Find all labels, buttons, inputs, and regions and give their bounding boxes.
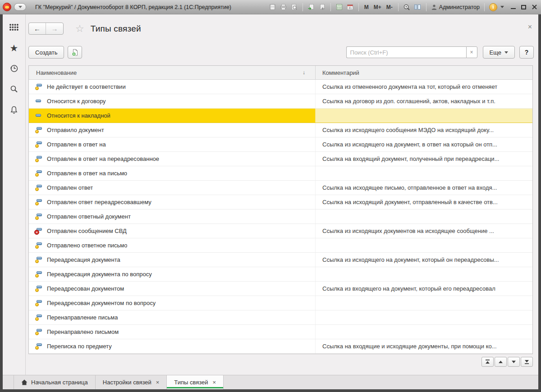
- row-name-cell[interactable]: Относится к договору: [29, 94, 315, 108]
- go-last-icon[interactable]: [521, 357, 533, 367]
- table-row[interactable]: Отправлен в ответ наСсылка из исходящего…: [29, 137, 532, 152]
- search-icon[interactable]: [9, 84, 19, 95]
- close-icon[interactable]: [532, 4, 537, 10]
- print-preview-icon[interactable]: [290, 3, 298, 11]
- print-icon[interactable]: [280, 3, 287, 11]
- chevron-down-icon[interactable]: [500, 6, 504, 8]
- table-row[interactable]: Относится к договоруСсылка на договор из…: [29, 94, 532, 109]
- table-row[interactable]: Переадресован документомСсылка из входящ…: [29, 282, 532, 296]
- row-comment-cell[interactable]: [315, 166, 532, 180]
- table-row[interactable]: Относится к накладной: [29, 109, 532, 123]
- calendar-icon[interactable]: 31: [346, 3, 354, 11]
- table-row[interactable]: Не действует в соответствииСсылка из отм…: [29, 80, 532, 94]
- save-icon[interactable]: [269, 3, 276, 11]
- row-name-cell[interactable]: Относится к накладной: [29, 109, 315, 123]
- row-name-cell[interactable]: Отправлен в ответ на: [29, 137, 315, 151]
- row-comment-cell[interactable]: Ссылка из входящего на документ, который…: [315, 282, 532, 296]
- history-icon[interactable]: [9, 63, 19, 74]
- column-header-comment[interactable]: Комментарий: [315, 66, 532, 79]
- row-comment-cell[interactable]: [315, 109, 532, 123]
- tab-типы-связей[interactable]: Типы связей×: [167, 375, 224, 389]
- row-name-cell[interactable]: Переадресация документа: [29, 253, 315, 267]
- row-name-cell[interactable]: Отправлен ответ переадресовавшему: [29, 195, 315, 209]
- go-first-icon[interactable]: [481, 357, 494, 367]
- minimize-icon[interactable]: [511, 5, 516, 9]
- tab-настройки-связей[interactable]: Настройки связей×: [96, 375, 167, 389]
- row-name-cell[interactable]: Отправлен в ответ на переадресованное: [29, 152, 315, 166]
- table-row[interactable]: Переписка по предметуСсылка на входящие …: [29, 339, 532, 354]
- row-comment-cell[interactable]: Ссылка из исходящих документов на исходя…: [315, 224, 532, 238]
- row-comment-cell[interactable]: [315, 238, 532, 252]
- go-next-icon[interactable]: [508, 357, 520, 367]
- row-comment-cell[interactable]: Ссылка на исходящее письмо, отправленное…: [315, 181, 532, 195]
- table-row[interactable]: Отправило документСсылка из исходящего с…: [29, 123, 532, 137]
- table-row[interactable]: Отправлен в ответ на переадресованноеСсы…: [29, 152, 532, 166]
- calculator-icon[interactable]: [335, 3, 343, 11]
- current-user-button[interactable]: Администратор: [431, 4, 480, 10]
- row-name-cell[interactable]: Перенаправление письма: [29, 310, 315, 324]
- row-name-cell[interactable]: Отправлено ответное письмо: [29, 238, 315, 252]
- row-comment-cell[interactable]: Ссылка из исходящего сообщения МЭДО на и…: [315, 123, 532, 137]
- form-close-icon[interactable]: ×: [528, 23, 532, 31]
- row-name-cell[interactable]: Отправлен ответ: [29, 181, 315, 195]
- row-name-cell[interactable]: Переадресован документом по вопросу: [29, 296, 315, 310]
- row-comment-cell[interactable]: Ссылка на договор из доп. соглашений, ак…: [315, 94, 532, 108]
- memory-m-minus-button[interactable]: M-: [385, 4, 394, 10]
- row-comment-cell[interactable]: Ссылка из исходящего на документ, которы…: [315, 253, 532, 267]
- info-icon[interactable]: i: [489, 3, 497, 11]
- memory-m-button[interactable]: M: [363, 4, 370, 10]
- back-button[interactable]: ←: [29, 23, 46, 34]
- row-comment-cell[interactable]: [315, 267, 532, 281]
- table-row[interactable]: Отправлено ответное письмо: [29, 238, 532, 253]
- open-file-icon[interactable]: [318, 3, 326, 11]
- row-comment-cell[interactable]: [315, 310, 532, 324]
- more-button[interactable]: Еще: [483, 46, 515, 59]
- maximize-icon[interactable]: [521, 5, 526, 9]
- menu-grid-icon[interactable]: [9, 22, 19, 32]
- search-input[interactable]: [346, 46, 466, 58]
- row-comment-cell[interactable]: [315, 296, 532, 310]
- search-clear-icon[interactable]: ×: [466, 46, 477, 58]
- row-name-cell[interactable]: Перенаправлено письмом: [29, 325, 315, 339]
- table-row[interactable]: Переадресован документом по вопросу: [29, 296, 532, 310]
- row-name-cell[interactable]: Переписка по предмету: [29, 339, 315, 353]
- row-comment-cell[interactable]: Ссылка на входящий документ, полученный …: [315, 152, 532, 166]
- row-name-cell[interactable]: Отправлен в ответ на письмо: [29, 166, 315, 180]
- table-row[interactable]: ×Отправлен сообщением СВДСсылка из исход…: [29, 224, 532, 238]
- row-comment-cell[interactable]: [315, 210, 532, 223]
- export-file-icon[interactable]: [307, 3, 315, 11]
- table-row[interactable]: Отправлен ответ переадресовавшемуСсылка …: [29, 195, 532, 210]
- row-name-cell[interactable]: Переадресация документа по вопросу: [29, 267, 315, 281]
- table-row[interactable]: Перенаправление письма: [29, 310, 532, 325]
- row-comment-cell[interactable]: Ссылка из исходящего на документ, в отве…: [315, 137, 532, 151]
- tab-close-icon[interactable]: ×: [213, 379, 216, 386]
- go-previous-icon[interactable]: [495, 357, 507, 367]
- table-row[interactable]: Переадресация документаСсылка из исходящ…: [29, 253, 532, 267]
- tab-home[interactable]: Начальная страница: [14, 375, 96, 389]
- create-by-copy-button[interactable]: [68, 46, 82, 59]
- table-row[interactable]: Отправлен в ответ на письмо: [29, 166, 532, 181]
- tab-close-icon[interactable]: ×: [156, 379, 160, 386]
- zoom-icon[interactable]: [403, 3, 411, 11]
- table-row[interactable]: Отправлен ответСсылка на исходящее письм…: [29, 181, 532, 195]
- main-menu-button[interactable]: [14, 3, 26, 11]
- row-comment-cell[interactable]: Ссылка из отмененного документа на тот, …: [315, 80, 532, 94]
- row-comment-cell[interactable]: Ссылка на входящие и исходящие документы…: [315, 339, 532, 353]
- row-name-cell[interactable]: Отправило документ: [29, 123, 315, 137]
- table-row[interactable]: Перенаправлено письмом: [29, 325, 532, 339]
- notifications-bell-icon[interactable]: [9, 105, 19, 115]
- favorite-toggle-star-icon[interactable]: ☆: [75, 24, 84, 34]
- help-button[interactable]: ?: [519, 46, 534, 59]
- row-comment-cell[interactable]: Ссылка на исходящий документ, отправленн…: [315, 195, 532, 209]
- memory-m-plus-button[interactable]: M+: [373, 4, 382, 10]
- table-row[interactable]: Отправлен ответный документ: [29, 210, 532, 224]
- row-name-cell[interactable]: Отправлен ответный документ: [29, 210, 315, 223]
- forward-button[interactable]: →: [46, 23, 63, 34]
- favorites-star-icon[interactable]: ★: [9, 42, 19, 53]
- column-header-name[interactable]: Наименование ↓: [29, 66, 315, 79]
- row-name-cell[interactable]: ×Отправлен сообщением СВД: [29, 224, 315, 238]
- table-row[interactable]: Переадресация документа по вопросу: [29, 267, 532, 282]
- split-view-icon[interactable]: [414, 3, 422, 11]
- row-name-cell[interactable]: Переадресован документом: [29, 282, 315, 296]
- row-comment-cell[interactable]: [315, 325, 532, 339]
